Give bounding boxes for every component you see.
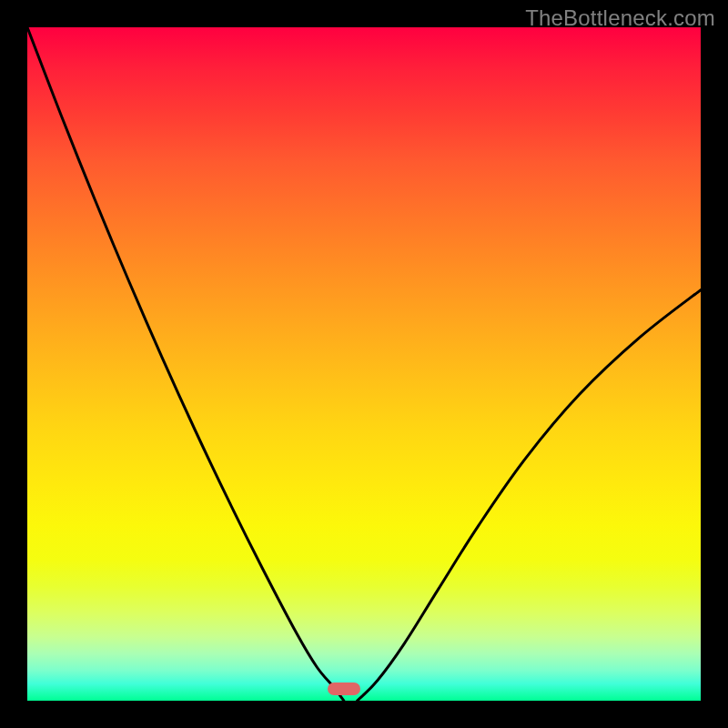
plot-area xyxy=(27,27,701,701)
watermark-text: TheBottleneck.com xyxy=(525,5,715,31)
curve-path-right xyxy=(358,290,701,701)
optimal-marker xyxy=(328,682,360,695)
chart-frame: TheBottleneck.com xyxy=(0,0,728,728)
curve-path-left xyxy=(27,27,344,701)
bottleneck-curve xyxy=(27,27,701,701)
